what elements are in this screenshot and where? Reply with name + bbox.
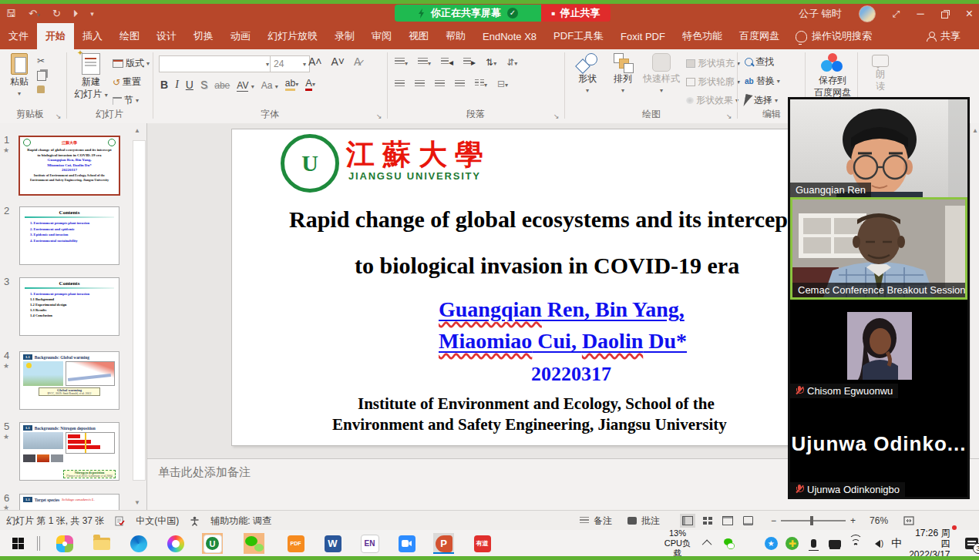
tab-pdf-tools[interactable]: PDF工具集 bbox=[545, 23, 612, 49]
scrollbar-thumb[interactable] bbox=[133, 140, 146, 481]
slide-number-status[interactable]: 幻灯片 第 1 张, 共 37 张 bbox=[6, 515, 104, 528]
increase-indent-icon[interactable]: ▸ bbox=[463, 57, 476, 68]
quick-styles-button[interactable]: 快速样式▾ bbox=[641, 53, 681, 96]
shape-outline-button[interactable]: 形状轮廓▾ bbox=[686, 75, 740, 89]
taskbar-file-explorer-icon[interactable] bbox=[91, 533, 112, 554]
copy-icon[interactable] bbox=[37, 71, 46, 81]
slide-thumbnail-5[interactable]: 1.1 Backgrounds: Nitrogen deposition bbox=[19, 422, 119, 481]
tab-record[interactable]: 录制 bbox=[326, 23, 363, 49]
slide-thumbnail-2[interactable]: Contents 1. Environment prompts plant in… bbox=[19, 206, 119, 265]
task-view-icon[interactable] bbox=[37, 536, 38, 551]
bullets-icon[interactable]: ▾ bbox=[395, 57, 408, 68]
slide-canvas[interactable]: U 江蘇大學 JIANGSU UNIVERSITY Rapid change o… bbox=[231, 129, 795, 446]
paste-button[interactable]: 粘贴 ▾ bbox=[6, 53, 32, 99]
tab-endnote[interactable]: EndNote X8 bbox=[474, 23, 545, 49]
taskbar-powerpoint-icon[interactable]: P bbox=[433, 533, 454, 554]
font-color-button[interactable]: A▾ bbox=[305, 77, 315, 91]
reset-button[interactable]: ↺重置 bbox=[113, 75, 150, 89]
tray-microphone-icon[interactable] bbox=[806, 536, 821, 552]
slide-authors-line2[interactable]: Miaomiao Cui, Daolin Du* bbox=[439, 329, 687, 354]
tab-view[interactable]: 视图 bbox=[400, 23, 437, 49]
align-right-icon[interactable] bbox=[435, 80, 445, 88]
tray-tim-icon[interactable]: ★ bbox=[764, 536, 779, 552]
scroll-up-icon[interactable]: ▲ bbox=[134, 127, 140, 134]
shapes-button[interactable]: 形状▾ bbox=[572, 53, 603, 96]
tab-slideshow[interactable]: 幻灯片放映 bbox=[259, 23, 326, 49]
read-aloud-button[interactable]: 朗 读 bbox=[865, 55, 896, 92]
taskbar-ujs-app-icon[interactable]: U bbox=[202, 533, 223, 554]
video-tile-participant-3[interactable]: Chisom Egwuonwu bbox=[790, 300, 967, 398]
taskbar-foxit-pdf-icon[interactable]: PDF bbox=[285, 533, 306, 554]
select-button[interactable]: 选择▾ bbox=[745, 94, 780, 107]
close-button[interactable]: × bbox=[966, 7, 973, 21]
clear-formatting-icon[interactable]: A̷ bbox=[354, 55, 361, 68]
tab-special-features[interactable]: 特色功能 bbox=[674, 23, 731, 49]
slide-thumbnail-3[interactable]: Contents 1. Environment prompts plant in… bbox=[19, 277, 119, 336]
taskbar-browser-icon[interactable] bbox=[165, 533, 186, 554]
undo-icon[interactable]: ↶▾ bbox=[29, 8, 40, 19]
italic-button[interactable]: I bbox=[175, 79, 179, 91]
tab-draw[interactable]: 绘图 bbox=[111, 23, 148, 49]
slide-date[interactable]: 20220317 bbox=[531, 363, 611, 386]
layout-button[interactable]: 版式▾ bbox=[113, 57, 150, 70]
canvas-scrollbar[interactable]: ▲ bbox=[970, 123, 979, 510]
cut-icon[interactable]: ✂ bbox=[37, 55, 46, 66]
notes-toggle[interactable]: 备注 bbox=[594, 515, 612, 528]
reading-view-button[interactable] bbox=[720, 514, 735, 528]
university-name-en[interactable]: JIANGSU UNIVERSITY bbox=[348, 170, 481, 182]
tray-ime-indicator[interactable]: 中 bbox=[891, 537, 902, 551]
language-status[interactable]: 中文(中国) bbox=[136, 515, 179, 528]
comments-toggle[interactable]: 批注 bbox=[641, 515, 660, 528]
paragraph-dialog-launcher[interactable]: ↘ bbox=[553, 112, 560, 120]
zoom-slider-thumb[interactable] bbox=[810, 516, 813, 525]
customize-qat-icon[interactable]: ▾ bbox=[90, 10, 94, 18]
slide-thumbnail-4[interactable]: 1.1 Backgrounds: Global warming Global w… bbox=[19, 351, 119, 410]
video-tile-participant-4[interactable]: Ujunwa Odinko... Ujunwa Odinkonigbo bbox=[790, 398, 967, 497]
replace-button[interactable]: ab替换▾ bbox=[745, 75, 780, 88]
tray-wechat-icon[interactable] bbox=[722, 536, 737, 552]
align-left-icon[interactable] bbox=[395, 80, 405, 88]
shrink-font-icon[interactable]: A˅ bbox=[331, 55, 345, 68]
font-size-combo[interactable]: 24▾ bbox=[270, 55, 310, 72]
tell-me-search[interactable]: 操作说明搜索 bbox=[788, 23, 880, 49]
taskbar-wechat-icon[interactable] bbox=[244, 533, 264, 554]
zoom-slider[interactable] bbox=[781, 520, 846, 521]
normal-view-button[interactable] bbox=[680, 514, 695, 528]
bold-button[interactable]: B bbox=[160, 79, 168, 91]
columns-icon[interactable]: ▾ bbox=[475, 79, 487, 89]
shape-fill-button[interactable]: 形状填充▾ bbox=[686, 57, 740, 70]
taskbar-word-icon[interactable]: W bbox=[322, 533, 343, 554]
font-name-combo[interactable]: ▾ bbox=[159, 55, 273, 72]
numbering-icon[interactable]: ▾ bbox=[418, 57, 431, 68]
decrease-indent-icon[interactable]: ◂ bbox=[441, 57, 453, 68]
highlight-color-button[interactable]: ab▾ bbox=[285, 78, 298, 91]
tab-review[interactable]: 审阅 bbox=[363, 23, 400, 49]
smartart-icon[interactable]: ⊟▾ bbox=[497, 79, 508, 89]
clipboard-dialog-launcher[interactable]: ↘ bbox=[56, 112, 62, 120]
spell-check-icon[interactable] bbox=[115, 516, 125, 526]
slide-thumbnail-6[interactable]: 1.1 Target species Solidago canadensis L… bbox=[19, 494, 119, 510]
taskbar-photos-icon[interactable] bbox=[54, 533, 75, 554]
strikethrough-button[interactable]: abe bbox=[214, 80, 230, 91]
tab-design[interactable]: 设计 bbox=[148, 23, 185, 49]
taskbar-youdao-icon[interactable]: 有道 bbox=[472, 533, 493, 554]
line-spacing-icon[interactable]: ⇅▾ bbox=[486, 57, 496, 68]
university-logo[interactable]: U bbox=[281, 134, 339, 193]
ribbon-display-options-icon[interactable]: ⤢ bbox=[893, 8, 900, 19]
taskbar-zoom-icon[interactable] bbox=[396, 533, 417, 554]
accessibility-icon[interactable] bbox=[190, 516, 200, 526]
change-case-button[interactable]: Aa ▾ bbox=[261, 80, 278, 91]
zoom-out-button[interactable]: − bbox=[771, 515, 776, 526]
start-button[interactable] bbox=[8, 533, 29, 554]
thumbnail-scrollbar[interactable]: ▲ ▼ bbox=[131, 123, 146, 510]
new-slide-button[interactable]: 新建 幻灯片 ▾ bbox=[72, 53, 109, 101]
taskbar-endnote-icon[interactable]: EN bbox=[359, 533, 380, 554]
restore-button[interactable] bbox=[941, 10, 949, 18]
tab-home[interactable]: 开始 bbox=[37, 23, 74, 49]
canvas-scroll-up-icon[interactable]: ▲ bbox=[972, 127, 978, 134]
tray-wifi-icon[interactable] bbox=[849, 536, 863, 552]
video-tile-participant-1[interactable]: Guangqian Ren bbox=[790, 99, 967, 197]
notes-placeholder[interactable]: 单击此处添加备注 bbox=[158, 465, 251, 480]
tray-expand-icon[interactable] bbox=[701, 536, 715, 552]
tab-baidu-netdisk[interactable]: 百度网盘 bbox=[731, 23, 788, 49]
